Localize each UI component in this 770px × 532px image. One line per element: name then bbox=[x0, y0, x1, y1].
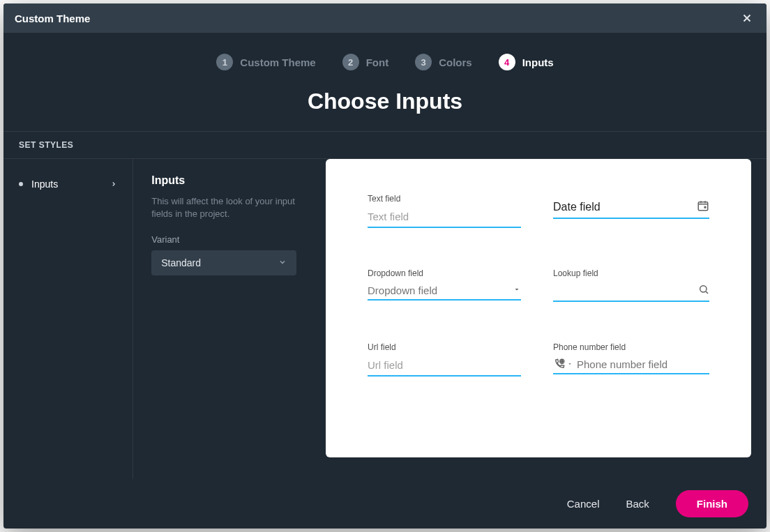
step-colors[interactable]: 3 Colors bbox=[415, 54, 472, 70]
caret-down-icon bbox=[513, 284, 521, 296]
calendar-icon bbox=[697, 199, 709, 215]
variant-dropdown[interactable]: Standard bbox=[151, 250, 296, 275]
preview-area: Text field Date field Dropdow bbox=[315, 159, 767, 479]
phone-field-input[interactable] bbox=[553, 355, 709, 374]
date-field-value: Date field bbox=[553, 201, 601, 213]
svg-rect-1 bbox=[704, 206, 707, 208]
preview-card: Text field Date field Dropdow bbox=[326, 159, 751, 457]
phone-field-value bbox=[577, 358, 709, 370]
settings-panel: Inputs This will affect the look of your… bbox=[133, 159, 315, 479]
dialog-title: Custom Theme bbox=[15, 13, 90, 24]
step-inputs[interactable]: 4 Inputs bbox=[499, 54, 554, 70]
text-field-preview: Text field bbox=[368, 194, 521, 228]
footer: Cancel Back Finish bbox=[3, 479, 767, 529]
phone-field-label: Phone number field bbox=[553, 342, 709, 352]
sidebar: Inputs bbox=[3, 159, 133, 479]
url-field-label: Url field bbox=[368, 342, 521, 352]
section-label: SET STYLES bbox=[3, 132, 767, 159]
sidebar-item-label: Inputs bbox=[31, 178, 58, 190]
variant-label: Variant bbox=[151, 234, 296, 245]
body: Inputs Inputs This will affect the look … bbox=[3, 159, 767, 479]
close-icon bbox=[741, 12, 753, 24]
date-field-input[interactable]: Date field bbox=[553, 197, 709, 219]
lookup-field-value bbox=[553, 285, 694, 297]
variant-value: Standard bbox=[161, 257, 201, 268]
dropdown-field-input[interactable] bbox=[368, 281, 521, 301]
search-icon bbox=[698, 284, 709, 298]
lookup-field-input[interactable] bbox=[553, 281, 709, 302]
bullet-icon bbox=[19, 182, 23, 186]
lookup-field-label: Lookup field bbox=[553, 268, 709, 278]
svg-point-2 bbox=[700, 286, 707, 292]
phone-globe-icon bbox=[553, 358, 573, 370]
lookup-field-preview: Lookup field bbox=[553, 268, 709, 302]
back-button[interactable]: Back bbox=[626, 498, 649, 510]
preview-grid: Text field Date field Dropdow bbox=[368, 194, 709, 377]
sidebar-item-inputs[interactable]: Inputs bbox=[3, 172, 133, 197]
panel-heading: Inputs bbox=[151, 174, 296, 187]
step-num: 4 bbox=[499, 54, 515, 70]
url-field-input[interactable] bbox=[368, 355, 521, 377]
step-num: 1 bbox=[216, 54, 233, 70]
chevron-down-icon bbox=[278, 257, 287, 268]
step-label: Inputs bbox=[522, 56, 554, 68]
step-label: Custom Theme bbox=[240, 56, 315, 68]
dialog: Custom Theme 1 Custom Theme 2 Font 3 Col… bbox=[3, 3, 767, 529]
step-num: 3 bbox=[415, 54, 432, 70]
titlebar: Custom Theme bbox=[3, 3, 767, 33]
date-field-preview: Date field bbox=[553, 194, 709, 228]
step-label: Colors bbox=[439, 56, 472, 68]
phone-field-preview: Phone number field bbox=[553, 342, 709, 377]
step-label: Font bbox=[366, 56, 388, 68]
dropdown-field-preview: Dropdown field bbox=[368, 268, 521, 302]
text-field-input[interactable] bbox=[368, 206, 521, 228]
finish-button[interactable]: Finish bbox=[676, 490, 748, 517]
step-custom-theme[interactable]: 1 Custom Theme bbox=[216, 54, 315, 70]
svg-rect-0 bbox=[698, 202, 708, 211]
stepper-heading: Choose Inputs bbox=[3, 89, 767, 114]
text-field-label: Text field bbox=[368, 194, 521, 204]
dropdown-field-value bbox=[368, 284, 508, 296]
url-field-preview: Url field bbox=[368, 342, 521, 377]
stepper-row: 1 Custom Theme 2 Font 3 Colors 4 Inputs bbox=[3, 54, 767, 70]
dropdown-field-label: Dropdown field bbox=[368, 268, 521, 278]
panel-description: This will affect the look of your input … bbox=[151, 195, 296, 220]
close-button[interactable] bbox=[739, 10, 755, 26]
stepper: 1 Custom Theme 2 Font 3 Colors 4 Inputs … bbox=[3, 33, 767, 132]
chevron-right-icon bbox=[110, 178, 117, 190]
cancel-button[interactable]: Cancel bbox=[567, 498, 600, 510]
step-num: 2 bbox=[342, 54, 359, 70]
step-font[interactable]: 2 Font bbox=[342, 54, 388, 70]
